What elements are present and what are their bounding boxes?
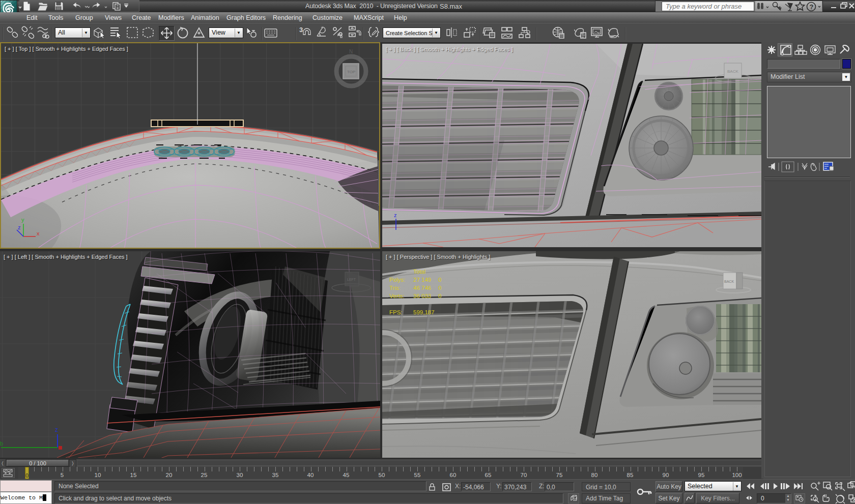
svg-text:z: z [18,224,21,230]
svg-text:z: z [55,426,58,433]
svg-text:TOP: TOP [347,70,355,74]
svg-text:BACK: BACK [724,280,734,283]
svg-text:b: b [0,440,3,447]
svg-text:3: 3 [299,26,303,34]
svg-text:x: x [37,230,40,236]
svg-text:y: y [21,217,24,223]
svg-text:?: ? [810,3,814,11]
svg-text:z: z [394,212,397,218]
svg-text:LEFT: LEFT [347,278,356,281]
svg-text:BACK: BACK [727,69,738,74]
svg-text:N: N [349,49,353,54]
